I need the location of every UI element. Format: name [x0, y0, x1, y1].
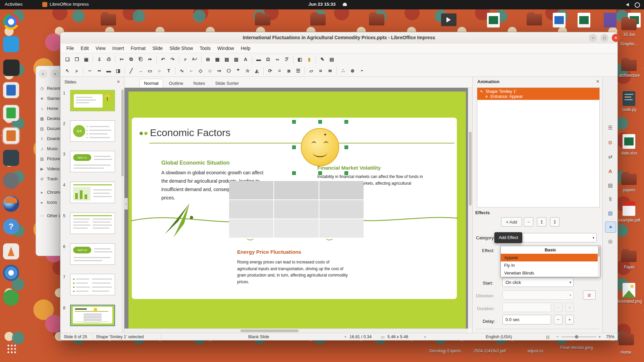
hyperlink-icon[interactable]: ∞: [273, 55, 282, 64]
slide-thumbnail-7[interactable]: [70, 274, 115, 295]
rotate-icon[interactable]: ⟳: [266, 66, 274, 75]
desktop-folder-home[interactable]: [619, 334, 634, 345]
animation-panel-close-icon[interactable]: ✕: [596, 79, 599, 84]
sidebar-master-slides-icon[interactable]: ▤: [605, 180, 615, 190]
desktop-folder-paper[interactable]: [621, 251, 637, 262]
zoom-slider[interactable]: [561, 337, 596, 337]
slide-thumbnail-3[interactable]: PART 01: [70, 151, 115, 172]
new-icon[interactable]: ❏: [63, 55, 72, 64]
app-grid-button[interactable]: [6, 343, 16, 353]
effect-option-appear[interactable]: Appear: [501, 254, 600, 261]
zoom-out-button[interactable]: −: [556, 333, 558, 341]
files-sidebar-music[interactable]: ♫Music: [36, 144, 61, 154]
effect-listbox[interactable]: Basic Appear Fly In Venetian Blinds: [500, 246, 600, 277]
slide-thumbnail-8-selected[interactable]: [70, 305, 115, 326]
filter-icon[interactable]: ≋: [326, 66, 334, 75]
line-color-icon[interactable]: ◧: [296, 55, 304, 64]
desktop-code-file[interactable]: [623, 91, 635, 106]
power-icon[interactable]: [635, 2, 640, 8]
files-sidebar-documents[interactable]: ▤Documents: [36, 124, 61, 134]
insert-line-icon[interactable]: ╱: [127, 66, 136, 75]
desktop-label[interactable]: Final-Version.jpeg: [560, 345, 593, 350]
canvas-vscrollbar[interactable]: [468, 88, 472, 328]
files-sidebar-videos[interactable]: ▶Videos: [36, 164, 61, 174]
selection-handle-n[interactable]: [318, 120, 322, 124]
flowchart-icon[interactable]: ⎔: [224, 66, 233, 75]
line-color-icon[interactable]: ▬: [104, 66, 113, 75]
dock-chrome[interactable]: [3, 14, 19, 30]
sidebar-animation-icon-active[interactable]: ✦: [605, 222, 616, 233]
add-effect-button[interactable]: + Add: [501, 217, 522, 227]
table-cell[interactable]: [319, 200, 364, 219]
desktop-xlsx-file[interactable]: [578, 13, 590, 27]
table-cell[interactable]: [319, 219, 364, 238]
desktop-folder[interactable]: [369, 14, 384, 25]
files-sidebar-pictures[interactable]: ▨Pictures: [36, 154, 61, 164]
effect-list-scrollbar[interactable]: [598, 246, 600, 276]
dock-impress-active[interactable]: [3, 128, 19, 144]
sidebar-slide-transition-icon[interactable]: ⇄: [605, 152, 615, 162]
slide-thumbnail-1[interactable]: [70, 90, 115, 111]
desktop-folder-10jun[interactable]: [621, 19, 637, 30]
close-button[interactable]: ✕: [612, 34, 620, 42]
files-sidebar-starred[interactable]: ★Starred: [36, 94, 61, 104]
crop-icon[interactable]: ⌗: [316, 66, 325, 75]
volume-icon[interactable]: [626, 3, 629, 6]
panel-collapse-left-icon[interactable]: ‹: [124, 198, 128, 209]
files-sidebar-other[interactable]: ⋯Other Locations: [36, 211, 61, 221]
menu-slide[interactable]: Slide: [149, 44, 166, 52]
line-width-icon[interactable]: ━: [95, 66, 104, 75]
slide-table[interactable]: [229, 181, 364, 238]
files-sidebar-recent[interactable]: ◷Recent: [36, 83, 61, 94]
dock-terminal[interactable]: [3, 59, 20, 76]
basic-shapes-icon[interactable]: ◇: [196, 66, 205, 75]
slides-panel-close-icon[interactable]: ✕: [117, 79, 120, 84]
desktop-image-file[interactable]: [623, 283, 635, 298]
financial-heading[interactable]: Financial Market Volatility: [317, 165, 381, 171]
selection-handle-nw[interactable]: [292, 120, 296, 124]
slide-thumbnail-4[interactable]: [70, 182, 115, 203]
slides-scrollbar[interactable]: [121, 88, 124, 333]
desktop-folder[interactable]: [101, 14, 116, 25]
curves-polygons-icon[interactable]: ∿: [177, 66, 186, 75]
desktop-app-file[interactable]: [604, 13, 616, 27]
energy-heading[interactable]: Energy Price Fluctuations: [237, 249, 301, 255]
sidebar-menu-icon[interactable]: ☰: [605, 122, 615, 133]
dock-vscode[interactable]: [3, 36, 19, 52]
effect-option-venetian-blinds[interactable]: Venetian Blinds: [501, 269, 600, 277]
block-arrows-icon[interactable]: ⇨: [215, 66, 224, 75]
area-style-icon[interactable]: ◨: [114, 66, 122, 75]
dock-writer[interactable]: [3, 82, 19, 98]
dock-firefox[interactable]: [3, 196, 19, 212]
menu-tools[interactable]: Tools: [196, 44, 214, 52]
desktop-folder[interactable]: [310, 14, 326, 25]
files-sidebar-desktop[interactable]: ▦Desktop: [36, 114, 61, 124]
table-cell[interactable]: [229, 181, 273, 199]
animation-list[interactable]: ↖ Shape 'Smiley 1' ★ Entrance: Appear: [477, 87, 600, 207]
highlighter-icon[interactable]: ▮: [305, 55, 314, 64]
dock-screenshot-tool[interactable]: [3, 173, 19, 189]
delay-decrease-button[interactable]: −: [554, 315, 562, 324]
energy-body[interactable]: Rising energy prices can lead to increas…: [237, 259, 351, 285]
shadow-icon[interactable]: ▱: [307, 66, 316, 75]
files-sidebar-home[interactable]: ⌂Home: [36, 104, 61, 114]
fit-slide-icon[interactable]: ⊡: [546, 333, 549, 341]
slide-canvas[interactable]: Economic Factors Global Economic Situati…: [128, 92, 466, 328]
selection-handle-w[interactable]: [292, 145, 296, 149]
menu-insert[interactable]: Insert: [109, 44, 127, 52]
menu-slideshow[interactable]: Slide Show: [166, 44, 196, 52]
move-down-button[interactable]: ↧: [550, 217, 559, 227]
zoom-slider-handle[interactable]: [575, 335, 578, 339]
desktop-xlsx-date[interactable]: [623, 134, 635, 149]
lines-arrows-icon[interactable]: →: [136, 66, 145, 75]
select-icon[interactable]: ↖: [63, 66, 72, 75]
desktop-label[interactable]: Home: [610, 350, 642, 355]
zoom-percent[interactable]: 75%: [606, 333, 614, 341]
dock-vlc[interactable]: [3, 243, 19, 259]
selection-handle-se[interactable]: [344, 171, 348, 175]
menu-help[interactable]: Help: [237, 44, 254, 52]
save-icon[interactable]: ▣: [82, 55, 91, 64]
line-style-icon[interactable]: ┄: [86, 66, 94, 75]
insert-chart-icon[interactable]: ▥: [232, 55, 240, 64]
text-box-icon[interactable]: T: [164, 66, 173, 75]
